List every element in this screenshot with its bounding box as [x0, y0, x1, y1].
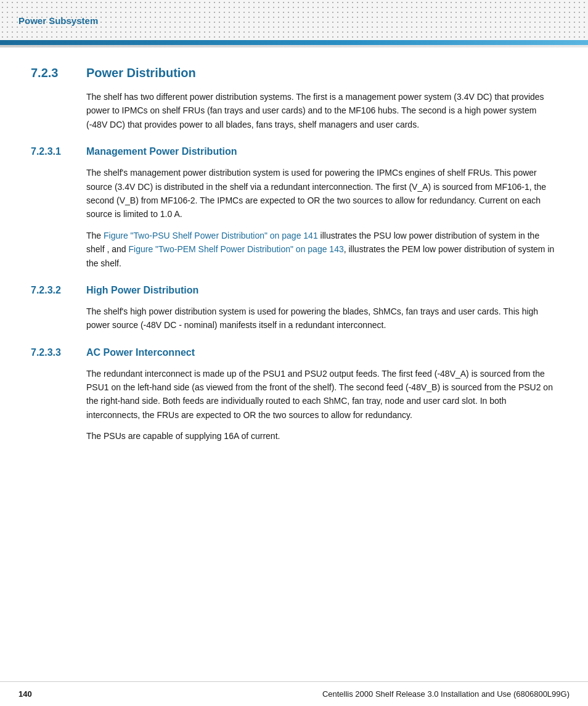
section-723-title: Power Distribution [86, 66, 196, 80]
section-7231-heading: 7.2.3.1 Management Power Distribution [31, 146, 557, 157]
section-7231-para1: The shelf's management power distributio… [86, 166, 557, 221]
section-7231-title: Management Power Distribution [86, 146, 237, 157]
link-two-psu[interactable]: Figure "Two-PSU Shelf Power Distribution… [104, 231, 318, 240]
footer-page-number: 140 [18, 689, 32, 699]
section-723-number: 7.2.3 [31, 66, 86, 80]
link-two-pem[interactable]: Figure "Two-PEM Shelf Power Distribution… [129, 244, 344, 254]
section-7232-heading: 7.2.3.2 High Power Distribution [31, 285, 557, 296]
section-723-body: The shelf has two different power distri… [86, 90, 557, 131]
main-content: 7.2.3 Power Distribution The shelf has t… [0, 47, 588, 681]
header-pattern-area: Power Subsystem [0, 0, 588, 40]
header-dot-grid: Power Subsystem [0, 0, 588, 40]
section-7232-number: 7.2.3.2 [31, 285, 86, 296]
page-footer: 140 Centellis 2000 Shelf Release 3.0 Ins… [0, 681, 588, 706]
section-7232-para1: The shelf's high power distribution syst… [86, 305, 557, 332]
section-7233-para1: The redundant interconnect is made up of… [86, 367, 557, 422]
section-7233-heading: 7.2.3.3 AC Power Interconnect [31, 347, 557, 358]
section-7232-title: High Power Distribution [86, 285, 198, 296]
section-723-intro: The shelf has two different power distri… [86, 90, 557, 131]
section-7233-body: The redundant interconnect is made up of… [86, 367, 557, 443]
blue-accent-bar [0, 40, 588, 45]
section-7233-number: 7.2.3.3 [31, 347, 86, 358]
section-7231-body: The shelf's management power distributio… [86, 166, 557, 270]
header-title: Power Subsystem [18, 15, 98, 25]
page-wrapper: Power Subsystem 7.2.3 Power Distribution… [0, 0, 588, 706]
section-723-heading: 7.2.3 Power Distribution [31, 66, 557, 80]
section-7231-number: 7.2.3.1 [31, 146, 86, 157]
para2-pre: The [86, 231, 104, 240]
section-7233-title: AC Power Interconnect [86, 347, 195, 358]
section-7231-para2: The Figure "Two-PSU Shelf Power Distribu… [86, 229, 557, 270]
section-7232-body: The shelf's high power distribution syst… [86, 305, 557, 332]
footer-document-title: Centellis 2000 Shelf Release 3.0 Install… [322, 689, 570, 699]
section-7233-para2: The PSUs are capable of supplying 16A of… [86, 429, 557, 443]
